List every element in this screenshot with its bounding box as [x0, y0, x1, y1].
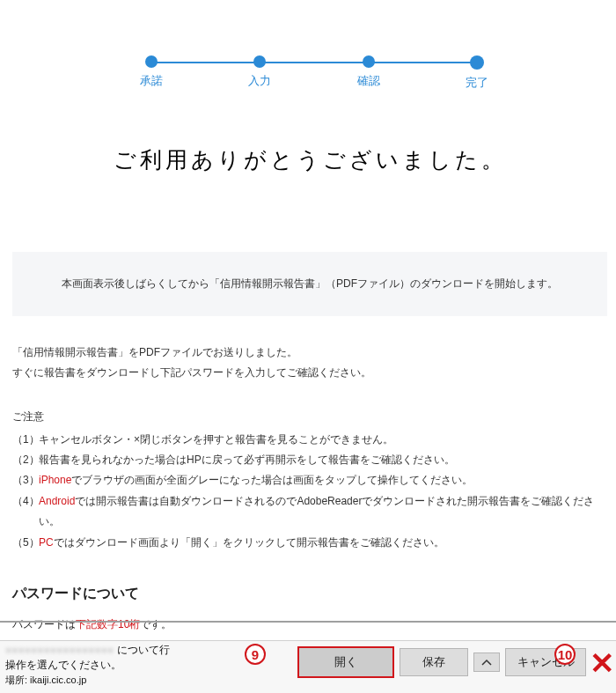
- download-bar-divider: [0, 621, 616, 623]
- save-dropdown-button[interactable]: [473, 652, 500, 672]
- sent-line: すぐに報告書をダウンロードし下記パスワードを入力してご確認ください。: [12, 363, 607, 383]
- sent-line: 「信用情報開示報告書」をPDFファイルでお送りしました。: [12, 343, 607, 363]
- step-dot-icon: [470, 55, 484, 70]
- step-accept: 承諾: [140, 55, 163, 89]
- sent-note: 「信用情報開示報告書」をPDFファイルでお送りしました。 すぐに報告書をダウンロ…: [12, 343, 607, 383]
- step-label: 入力: [248, 73, 271, 89]
- download-buttons: 開く 保存 キャンセル: [297, 646, 586, 678]
- caution-item: （2） 報告書を見られなかった場合はHPに戻って必ず再開示をして報告書をご確認く…: [12, 450, 607, 470]
- stepper-line: [149, 62, 480, 63]
- step-dot-icon: [145, 55, 158, 68]
- open-button[interactable]: 開く: [297, 646, 394, 678]
- annotation-marker-10: 10: [554, 644, 576, 665]
- caution-item: （4） Androidでは開示報告書は自動ダウンロードされるのでAdobeRea…: [12, 491, 607, 533]
- step-label: 承諾: [140, 73, 163, 89]
- caution-item: （5） PCではダウンロード画面より「開く」をクリックして開示報告書をご確認くだ…: [12, 533, 607, 553]
- caution-item: （3） iPhoneでブラウザの画面が全面グレーになった場合は画面をタップして操…: [12, 470, 607, 490]
- step-input: 入力: [248, 55, 271, 89]
- caution-heading: ご注意: [12, 409, 607, 424]
- caution-item: （1） キャンセルボタン・×閉じボタンを押すと報告書を見ることができません。: [12, 430, 607, 450]
- download-bar: ●●●●●●●●●●●●●●●●● について行 操作を選んでください。 場所: …: [0, 640, 616, 693]
- step-done: 完了: [466, 55, 488, 91]
- step-confirm: 確認: [357, 55, 380, 89]
- step-dot-icon: [253, 55, 266, 68]
- step-dot-icon: [363, 55, 375, 68]
- password-section-title: パスワードについて: [12, 585, 607, 603]
- download-source: 場所: ikaiji.cic.co.jp: [5, 674, 297, 688]
- chevron-up-icon: [481, 659, 492, 666]
- download-info-box: 本画面表示後しばらくしてから「信用情報開示報告書」（PDFファイル）のダウンロー…: [12, 252, 607, 316]
- page-title: ご利用ありがとうございました。: [12, 145, 607, 174]
- progress-stepper: 承諾 入力 確認 完了: [140, 55, 488, 91]
- step-label: 完了: [466, 75, 488, 91]
- caution-list: （1） キャンセルボタン・×閉じボタンを押すと報告書を見ることができません。 （…: [12, 430, 607, 553]
- save-button[interactable]: 保存: [400, 648, 468, 676]
- annotation-marker-9: 9: [245, 644, 266, 665]
- close-icon[interactable]: ✕: [590, 648, 614, 678]
- step-label: 確認: [357, 73, 380, 89]
- password-description: パスワードは下記数字10桁です。: [12, 617, 607, 632]
